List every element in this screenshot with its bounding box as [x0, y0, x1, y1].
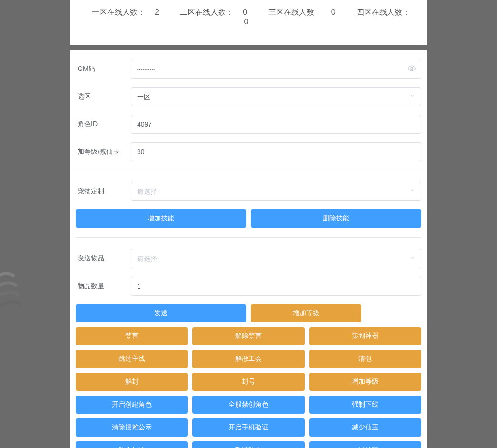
send-button[interactable]: 发送: [76, 304, 246, 322]
disband-guild-button[interactable]: 解散工会: [192, 350, 304, 368]
add-level-button-2[interactable]: 增加等级: [309, 373, 421, 391]
clear-stall-notice-button[interactable]: 清除摆摊公示: [76, 418, 188, 437]
level-label: 加等级/减仙玉: [76, 148, 131, 156]
unmute-button[interactable]: 解除禁言: [192, 327, 304, 345]
roleid-input[interactable]: [131, 115, 421, 134]
gmcode-input[interactable]: [131, 60, 421, 79]
background-decoration: [0, 248, 38, 333]
ban-button[interactable]: 封号: [192, 373, 304, 391]
chevron-down-icon: [409, 249, 415, 268]
clear-bag-button[interactable]: 清包: [309, 350, 421, 368]
plan-artifact-button[interactable]: 策划神器: [309, 327, 421, 345]
enable-phone-verify-button[interactable]: 开启手机验证: [192, 418, 304, 437]
cancel-stealth-button[interactable]: 取消隐身: [192, 441, 304, 448]
divider: [76, 237, 421, 238]
unban-button[interactable]: 解封: [76, 373, 188, 391]
roleid-label: 角色ID: [76, 120, 131, 129]
chevron-down-icon: [409, 87, 415, 106]
add-skill-button[interactable]: 增加技能: [76, 209, 246, 228]
global-disable-create-button[interactable]: 全服禁创角色: [192, 396, 304, 414]
gmcode-label: GM码: [76, 65, 131, 73]
pet-label: 宠物定制: [76, 187, 131, 196]
itemcount-label: 物品数量: [76, 282, 131, 290]
admin-form-panel: GM码 选区 一区 角色ID: [70, 50, 427, 448]
mute-button[interactable]: 禁言: [76, 327, 188, 345]
itemcount-input[interactable]: [131, 277, 421, 296]
online-stats-bar: 一区在线人数：2 二区在线人数：0 三区在线人数：0 四区在线人数：0: [70, 0, 427, 45]
add-level-button[interactable]: 增加等级: [251, 304, 361, 322]
senditem-select-placeholder: 请选择: [137, 249, 157, 268]
senditem-label: 发送物品: [76, 254, 131, 263]
eye-icon[interactable]: [408, 65, 416, 74]
stealth-speed-button[interactable]: 隐身加速: [76, 441, 188, 448]
svg-point-0: [411, 68, 413, 70]
senditem-select[interactable]: 请选择: [131, 249, 421, 268]
zone-label: 选区: [76, 92, 131, 101]
pet-select[interactable]: 请选择: [131, 182, 421, 201]
force-offline-button[interactable]: 强制下线: [309, 396, 421, 414]
del-skill-button[interactable]: 删除技能: [251, 209, 421, 228]
skip-main-button[interactable]: 跳过主线: [76, 350, 188, 368]
one-click-transfer-button[interactable]: 一键转职: [309, 441, 421, 448]
zone-select[interactable]: 一区: [131, 87, 421, 106]
chevron-down-icon: [409, 182, 415, 201]
pet-select-placeholder: 请选择: [137, 182, 157, 201]
zone-select-value: 一区: [137, 87, 150, 106]
enable-create-role-button[interactable]: 开启创建角色: [76, 396, 188, 414]
level-input[interactable]: [131, 142, 421, 161]
divider: [76, 170, 421, 170]
reduce-jade-button[interactable]: 减少仙玉: [309, 418, 421, 437]
